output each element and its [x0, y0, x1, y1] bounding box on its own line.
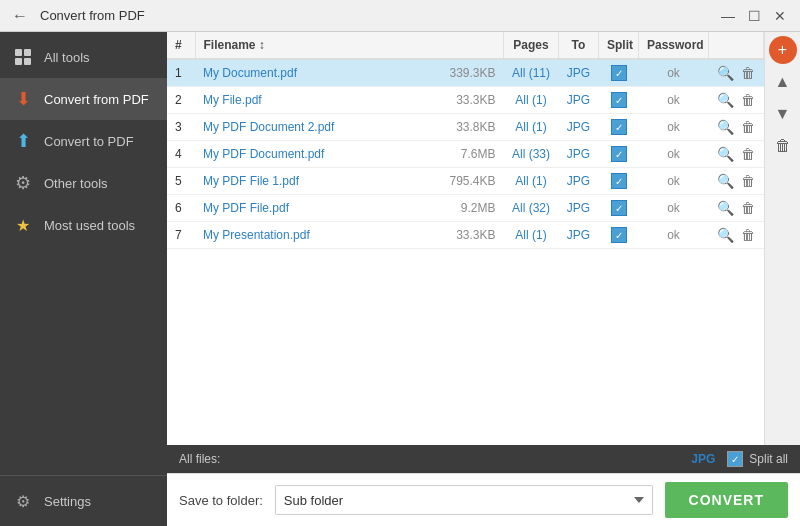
filename-link[interactable]: My File.pdf	[203, 93, 262, 107]
row-pages: All (11)	[504, 59, 559, 87]
table-row[interactable]: 6 My PDF File.pdf 9.2MB All (32) JPG ✓ o…	[167, 195, 764, 222]
filename-link[interactable]: My PDF Document.pdf	[203, 147, 324, 161]
star-icon: ★	[12, 214, 34, 236]
delete-all-button[interactable]: 🗑	[769, 132, 797, 160]
to-format-link[interactable]: JPG	[567, 147, 590, 161]
to-format-link[interactable]: JPG	[567, 174, 590, 188]
row-pages: All (1)	[504, 222, 559, 249]
row-split: ✓	[599, 59, 639, 87]
split-checkbox[interactable]: ✓	[611, 146, 627, 162]
move-down-button[interactable]: ▼	[769, 100, 797, 128]
filename-link[interactable]: My PDF File.pdf	[203, 201, 289, 215]
search-password-icon[interactable]: 🔍	[717, 92, 734, 108]
split-checkbox[interactable]: ✓	[611, 92, 627, 108]
sidebar-item-convert-from-pdf[interactable]: ⬇ Convert from PDF	[0, 78, 167, 120]
download-icon: ⬇	[12, 88, 34, 110]
search-password-icon[interactable]: 🔍	[717, 173, 734, 189]
sidebar-item-convert-from-pdf-label: Convert from PDF	[44, 92, 149, 107]
title-bar: ← Convert from PDF — ☐ ✕	[0, 0, 800, 32]
row-filename: My PDF File.pdf 9.2MB	[195, 195, 504, 222]
split-all-checkbox[interactable]: ✓	[727, 451, 743, 467]
to-format-link[interactable]: JPG	[567, 201, 590, 215]
split-checkbox[interactable]: ✓	[611, 119, 627, 135]
search-password-icon[interactable]: 🔍	[717, 200, 734, 216]
row-num: 1	[167, 59, 195, 87]
row-to: JPG	[559, 222, 599, 249]
split-checkbox[interactable]: ✓	[611, 227, 627, 243]
pages-link[interactable]: All (1)	[515, 228, 546, 242]
row-split: ✓	[599, 141, 639, 168]
sidebar-item-settings-label: Settings	[44, 494, 91, 509]
maximize-button[interactable]: ☐	[742, 4, 766, 28]
pages-link[interactable]: All (32)	[512, 201, 550, 215]
convert-button[interactable]: CONVERT	[665, 482, 788, 518]
row-pages: All (32)	[504, 195, 559, 222]
row-filename: My PDF File 1.pdf 795.4KB	[195, 168, 504, 195]
to-format-link[interactable]: JPG	[567, 66, 590, 80]
sidebar-item-convert-to-pdf[interactable]: ⬆ Convert to PDF	[0, 120, 167, 162]
minimize-button[interactable]: —	[716, 4, 740, 28]
move-up-button[interactable]: ▲	[769, 68, 797, 96]
row-split: ✓	[599, 195, 639, 222]
split-checkbox[interactable]: ✓	[611, 200, 627, 216]
delete-row-icon[interactable]: 🗑	[741, 119, 755, 135]
row-filename: My PDF Document.pdf 7.6MB	[195, 141, 504, 168]
row-size: 795.4KB	[449, 174, 495, 188]
sidebar-item-all-tools[interactable]: All tools	[0, 36, 167, 78]
filename-link[interactable]: My PDF File 1.pdf	[203, 174, 299, 188]
add-file-button[interactable]: +	[769, 36, 797, 64]
search-password-icon[interactable]: 🔍	[717, 65, 734, 81]
to-format-link[interactable]: JPG	[567, 93, 590, 107]
sidebar-item-most-used-tools[interactable]: ★ Most used tools	[0, 204, 167, 246]
back-button[interactable]: ←	[8, 4, 32, 28]
table-row[interactable]: 2 My File.pdf 33.3KB All (1) JPG ✓ ok 🔍 …	[167, 87, 764, 114]
delete-row-icon[interactable]: 🗑	[741, 146, 755, 162]
split-checkbox[interactable]: ✓	[611, 173, 627, 189]
pages-link[interactable]: All (1)	[515, 174, 546, 188]
search-password-icon[interactable]: 🔍	[717, 146, 734, 162]
filename-link[interactable]: My Document.pdf	[203, 66, 297, 80]
table-row[interactable]: 5 My PDF File 1.pdf 795.4KB All (1) JPG …	[167, 168, 764, 195]
delete-row-icon[interactable]: 🗑	[741, 200, 755, 216]
table-row[interactable]: 4 My PDF Document.pdf 7.6MB All (33) JPG…	[167, 141, 764, 168]
pages-link[interactable]: All (11)	[512, 66, 550, 80]
col-header-split: Split	[599, 32, 639, 59]
sidebar-item-other-tools[interactable]: ⚙ Other tools	[0, 162, 167, 204]
row-actions: 🔍 🗑	[709, 87, 764, 114]
sidebar-item-all-tools-label: All tools	[44, 50, 90, 65]
delete-row-icon[interactable]: 🗑	[741, 173, 755, 189]
pages-link[interactable]: All (1)	[515, 120, 546, 134]
search-password-icon[interactable]: 🔍	[717, 227, 734, 243]
pages-link[interactable]: All (33)	[512, 147, 550, 161]
row-actions: 🔍 🗑	[709, 141, 764, 168]
sidebar-item-convert-to-pdf-label: Convert to PDF	[44, 134, 134, 149]
upload-icon: ⬆	[12, 130, 34, 152]
to-format-link[interactable]: JPG	[567, 120, 590, 134]
delete-row-icon[interactable]: 🗑	[741, 65, 755, 81]
split-checkbox[interactable]: ✓	[611, 65, 627, 81]
row-size: 7.6MB	[461, 147, 496, 161]
search-password-icon[interactable]: 🔍	[717, 119, 734, 135]
row-num: 4	[167, 141, 195, 168]
delete-row-icon[interactable]: 🗑	[741, 92, 755, 108]
pages-link[interactable]: All (1)	[515, 93, 546, 107]
to-format-link[interactable]: JPG	[567, 228, 590, 242]
delete-row-icon[interactable]: 🗑	[741, 227, 755, 243]
table-row[interactable]: 7 My Presentation.pdf 33.3KB All (1) JPG…	[167, 222, 764, 249]
row-password: ok	[639, 59, 709, 87]
row-actions: 🔍 🗑	[709, 59, 764, 87]
sidebar-item-settings[interactable]: ⚙ Settings	[0, 480, 167, 522]
row-password: ok	[639, 87, 709, 114]
row-password: ok	[639, 168, 709, 195]
all-files-format[interactable]: JPG	[691, 452, 715, 466]
window-title: Convert from PDF	[32, 8, 716, 23]
folder-select[interactable]: Sub folder Same folder Custom folder...	[275, 485, 653, 515]
table-row[interactable]: 3 My PDF Document 2.pdf 33.8KB All (1) J…	[167, 114, 764, 141]
row-password: ok	[639, 141, 709, 168]
row-filename: My File.pdf 33.3KB	[195, 87, 504, 114]
table-row[interactable]: 1 My Document.pdf 339.3KB All (11) JPG ✓…	[167, 59, 764, 87]
grid-icon	[12, 46, 34, 68]
close-button[interactable]: ✕	[768, 4, 792, 28]
filename-link[interactable]: My Presentation.pdf	[203, 228, 310, 242]
filename-link[interactable]: My PDF Document 2.pdf	[203, 120, 334, 134]
